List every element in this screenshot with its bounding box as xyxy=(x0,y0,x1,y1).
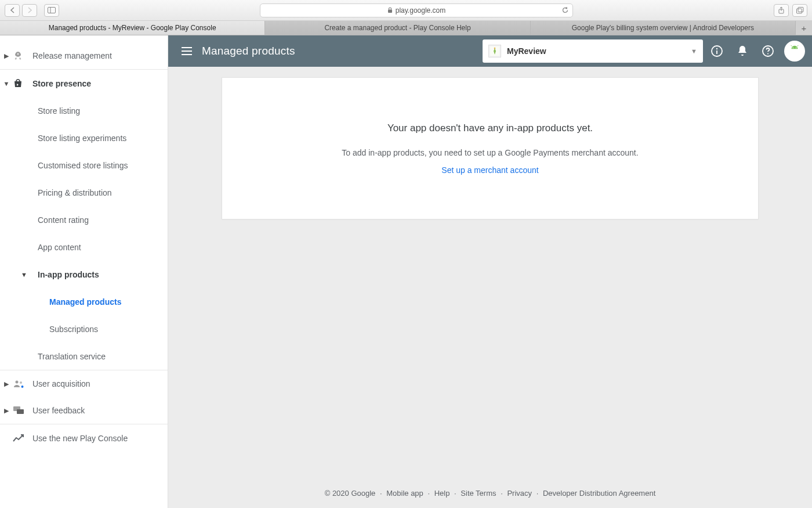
footer-link-site-terms[interactable]: Site Terms xyxy=(461,489,496,498)
page-title: Managed products xyxy=(202,45,295,57)
sidebar-sub-pricing-distribution[interactable]: Pricing & distribution xyxy=(0,179,168,206)
notifications-button[interactable] xyxy=(731,39,754,63)
chevron-down-icon: ▼ xyxy=(691,48,697,55)
svg-point-7 xyxy=(16,381,19,384)
main: Managed products MyReview ▼ xyxy=(168,35,812,508)
svg-point-8 xyxy=(20,381,22,384)
back-button[interactable] xyxy=(5,4,20,17)
browser-tab-1[interactable]: Create a managed product - Play Console … xyxy=(265,21,530,35)
info-button[interactable] xyxy=(705,39,728,63)
tabs-button[interactable] xyxy=(792,4,807,17)
sidebar-sub-content-rating[interactable]: Content rating xyxy=(0,206,168,233)
sidebar-sub2-subscriptions[interactable]: Subscriptions xyxy=(0,315,168,343)
sidebar-item-use-new-console[interactable]: Use the new Play Console xyxy=(0,424,168,452)
topbar: Managed products MyReview ▼ xyxy=(168,35,812,67)
sidebar-toggle-button[interactable] xyxy=(44,4,59,17)
sidebar-sub-store-listing[interactable]: Store listing xyxy=(0,97,168,124)
lock-icon xyxy=(387,7,393,13)
sidebar-sub-app-content[interactable]: App content xyxy=(0,233,168,261)
hamburger-button[interactable] xyxy=(175,39,198,63)
sidebar-sub-translation-service[interactable]: Translation service xyxy=(0,343,168,370)
svg-point-23 xyxy=(796,48,797,49)
app-picker[interactable]: MyReview ▼ xyxy=(483,39,703,63)
help-button[interactable] xyxy=(756,39,780,63)
chevron-right-icon: ▶ xyxy=(0,407,13,415)
svg-rect-2 xyxy=(388,10,392,13)
sidebar-sub2-managed-products[interactable]: Managed products xyxy=(0,288,168,315)
account-avatar[interactable] xyxy=(784,41,805,62)
tab-bar: Managed products - MyReview - Google Pla… xyxy=(0,21,812,35)
svg-rect-11 xyxy=(17,409,24,414)
sidebar-item-label: User feedback xyxy=(32,406,85,415)
forward-button[interactable] xyxy=(22,4,37,17)
sidebar-item-store-presence[interactable]: ▼ Store presence xyxy=(0,70,168,97)
rocket-icon xyxy=(13,51,32,61)
sidebar-item-label: User acquisition xyxy=(32,379,90,388)
svg-line-25 xyxy=(798,45,799,46)
browser-toolbar: play.google.com xyxy=(0,0,812,21)
sidebar-item-user-acquisition[interactable]: ▶ User acquisition xyxy=(0,370,168,397)
sidebar-sub-customised-store-listings[interactable]: Customised store listings xyxy=(0,152,168,179)
sidebar-item-label: Use the new Play Console xyxy=(32,434,128,443)
footer-link-help[interactable]: Help xyxy=(434,489,450,498)
footer-link-privacy[interactable]: Privacy xyxy=(507,489,532,498)
sidebar-item-user-feedback[interactable]: ▶ User feedback xyxy=(0,397,168,424)
address-bar[interactable]: play.google.com xyxy=(260,3,573,17)
app-picker-name: MyReview xyxy=(507,46,546,56)
address-bar-text: play.google.com xyxy=(396,6,446,15)
svg-point-16 xyxy=(494,48,496,49)
svg-point-18 xyxy=(716,48,717,49)
app-icon xyxy=(488,45,501,57)
sidebar-item-label: Release management xyxy=(32,51,112,60)
footer-link-mobile-app[interactable]: Mobile app xyxy=(386,489,423,498)
new-tab-button[interactable]: + xyxy=(796,21,812,35)
empty-state-body: To add in-app products, you need to set … xyxy=(342,148,638,157)
footer-copyright: © 2020 Google xyxy=(325,489,376,498)
browser-tab-0[interactable]: Managed products - MyReview - Google Pla… xyxy=(0,21,265,35)
chevron-right-icon: ▶ xyxy=(0,52,13,60)
svg-rect-5 xyxy=(798,7,803,12)
sidebar: ▶ Release management ▼ Store presence St… xyxy=(0,35,168,508)
footer-link-dda[interactable]: Developer Distribution Agreement xyxy=(543,489,655,498)
chevron-down-icon: ▼ xyxy=(21,271,27,278)
empty-state-heading: Your app doesn't have any in-app product… xyxy=(387,123,593,134)
svg-point-6 xyxy=(17,53,19,55)
sidebar-sub-store-listing-experiments[interactable]: Store listing experiments xyxy=(0,124,168,152)
setup-merchant-link[interactable]: Set up a merchant account xyxy=(441,165,538,175)
svg-point-9 xyxy=(21,385,24,388)
reload-button[interactable] xyxy=(561,6,569,14)
browser-tab-2[interactable]: Google Play's billing system overview | … xyxy=(531,21,796,35)
svg-point-21 xyxy=(767,53,768,55)
svg-line-24 xyxy=(791,45,792,46)
trending-icon xyxy=(13,434,32,442)
sidebar-sub-inapp-products[interactable]: ▼ In-app products xyxy=(0,261,168,288)
shop-bag-icon xyxy=(13,78,32,89)
empty-state-card: Your app doesn't have any in-app product… xyxy=(222,77,759,219)
share-button[interactable] xyxy=(774,4,789,17)
chevron-right-icon: ▶ xyxy=(0,380,13,388)
sidebar-item-label: Store presence xyxy=(32,79,91,88)
svg-rect-0 xyxy=(48,8,56,13)
svg-rect-4 xyxy=(796,9,802,13)
footer: © 2020 Google · Mobile app · Help · Site… xyxy=(168,489,812,498)
chevron-down-icon: ▼ xyxy=(0,80,13,87)
users-icon xyxy=(13,379,32,388)
chat-icon xyxy=(13,406,32,415)
svg-point-22 xyxy=(792,48,793,49)
content: Your app doesn't have any in-app product… xyxy=(168,67,812,508)
sidebar-item-release-management[interactable]: ▶ Release management xyxy=(0,42,168,70)
